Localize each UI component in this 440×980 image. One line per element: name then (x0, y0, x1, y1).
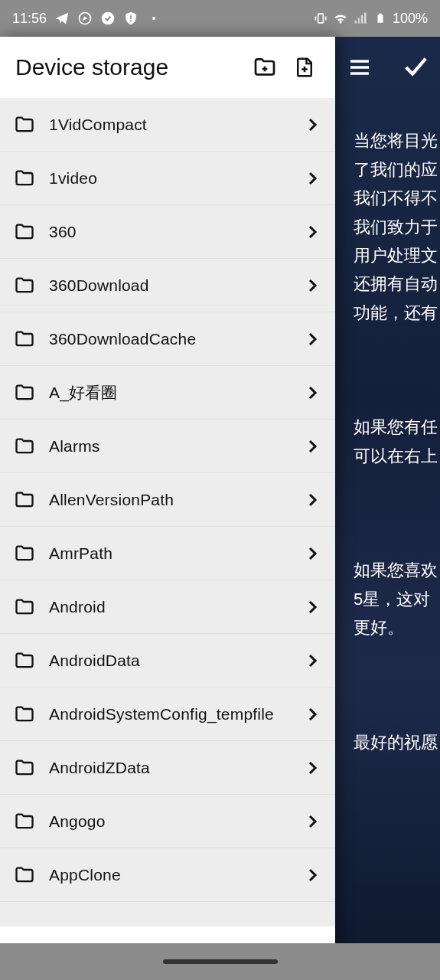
folder-icon (14, 596, 35, 618)
chevron-right-icon (303, 705, 321, 724)
check-circle-icon (100, 11, 116, 26)
new-file-button[interactable] (289, 52, 320, 83)
vibrate-icon (313, 11, 328, 26)
background-paragraph: 最好的祝愿 (354, 728, 440, 756)
chevron-right-icon (303, 437, 321, 456)
chevron-right-icon (303, 866, 321, 884)
chevron-right-icon (303, 812, 321, 831)
chevron-right-icon (303, 598, 321, 616)
chevron-right-icon (303, 116, 321, 134)
folder-name: Angogo (49, 812, 289, 831)
chevron-right-icon (303, 652, 321, 670)
background-content: 当您将目光 了我们的应 我们不得不 我们致力于 用户处理文 还拥有自动 功能，还… (335, 37, 440, 943)
folder-item[interactable]: A_好看圈 (0, 366, 335, 420)
folder-item[interactable]: AllenVersionPath (0, 473, 335, 527)
svg-rect-11 (377, 15, 383, 23)
folder-item[interactable]: Alarms (0, 420, 335, 473)
folder-item[interactable]: Android (0, 580, 335, 634)
folder-name: AppClone (49, 866, 289, 884)
svg-rect-8 (358, 18, 360, 23)
folder-icon (14, 489, 35, 511)
folder-name: A_好看圈 (49, 382, 289, 403)
folder-item[interactable]: 1video (0, 152, 335, 205)
background-paragraph: 如果您有任 可以在右上 (354, 413, 440, 470)
status-bar: 11:56 (0, 0, 440, 37)
nav-bar (0, 943, 440, 980)
folder-list[interactable]: 1VidCompact1video360360Download360Downlo… (0, 98, 335, 926)
folder-name: 360DownloadCache (49, 330, 289, 348)
svg-rect-3 (130, 15, 132, 19)
svg-rect-7 (354, 21, 357, 24)
check-icon[interactable] (402, 54, 428, 80)
folder-item[interactable]: 1VidCompact (0, 98, 335, 152)
folder-name: AndroidSystemConfig_tempfile (49, 705, 289, 724)
folder-name: 360 (49, 223, 289, 241)
folder-name: AmrPath (49, 544, 289, 563)
folder-icon (14, 328, 35, 350)
folder-item[interactable]: AndroidSystemConfig_tempfile (0, 688, 335, 741)
telegram-icon (54, 11, 70, 26)
folder-item[interactable]: AndroidZData (0, 741, 335, 795)
shield-alert-icon (123, 11, 139, 26)
folder-name: AndroidData (49, 652, 289, 670)
status-left: 11:56 (12, 11, 161, 27)
svg-rect-6 (318, 14, 324, 23)
folder-icon (14, 275, 35, 296)
battery-percent: 100% (393, 11, 428, 27)
svg-rect-12 (379, 14, 382, 15)
background-header (335, 37, 440, 98)
battery-icon (373, 11, 388, 26)
page-title: Device storage (15, 54, 240, 80)
status-right: 100% (313, 11, 428, 27)
folder-name: 1VidCompact (49, 116, 289, 134)
folder-item[interactable]: 360Download (0, 259, 335, 312)
dot-icon (146, 11, 161, 26)
folder-icon (14, 168, 35, 189)
app-header: Device storage (0, 37, 335, 98)
folder-icon (14, 436, 35, 457)
folder-item[interactable]: 360 (0, 205, 335, 259)
compass-icon (77, 11, 93, 26)
folder-item[interactable]: AmrPath (0, 527, 335, 580)
chevron-right-icon (303, 223, 321, 241)
background-paragraph: 如果您喜欢 5星，这对 更好。 (354, 556, 440, 642)
folder-item[interactable]: AppClone (0, 848, 335, 902)
chevron-right-icon (303, 276, 321, 295)
menu-icon[interactable] (347, 55, 372, 80)
folder-icon (14, 650, 35, 671)
folder-name: Alarms (49, 437, 289, 456)
folder-icon (14, 757, 35, 779)
chevron-right-icon (303, 169, 321, 188)
chevron-right-icon (303, 384, 321, 402)
file-browser-panel: Device storage 1VidCompact1video360360Do… (0, 37, 335, 980)
chevron-right-icon (303, 544, 321, 563)
folder-name: Android (49, 598, 289, 616)
folder-icon (14, 382, 35, 403)
folder-name: AndroidZData (49, 759, 289, 777)
chevron-right-icon (303, 759, 321, 777)
wifi-icon (333, 11, 348, 26)
status-time: 11:56 (12, 11, 47, 27)
folder-name: 360Download (49, 276, 289, 295)
folder-icon (14, 221, 35, 243)
svg-rect-9 (361, 15, 363, 24)
svg-point-5 (152, 17, 155, 20)
folder-icon (14, 114, 35, 136)
nav-handle[interactable] (163, 959, 278, 964)
chevron-right-icon (303, 491, 321, 509)
new-folder-button[interactable] (249, 52, 280, 83)
folder-item[interactable]: AndroidData (0, 634, 335, 688)
folder-item[interactable]: Angogo (0, 795, 335, 848)
svg-rect-4 (130, 21, 132, 22)
svg-rect-10 (364, 13, 367, 24)
folder-name: 1video (49, 169, 289, 188)
folder-icon (14, 543, 35, 564)
folder-icon (14, 864, 35, 886)
signal-icon (353, 11, 368, 26)
background-paragraph: 当您将目光 了我们的应 我们不得不 我们致力于 用户处理文 还拥有自动 功能，还… (354, 126, 440, 327)
folder-name: AllenVersionPath (49, 491, 289, 509)
chevron-right-icon (303, 330, 321, 348)
folder-icon (14, 704, 35, 725)
folder-icon (14, 811, 35, 832)
folder-item[interactable]: 360DownloadCache (0, 312, 335, 366)
